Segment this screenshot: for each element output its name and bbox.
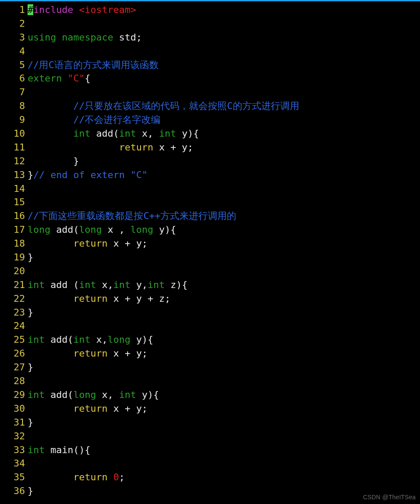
code-line[interactable]: 20 (0, 264, 420, 278)
code-token: z){ (170, 279, 188, 290)
code-content[interactable] (28, 374, 420, 388)
code-line[interactable]: 4 (0, 44, 420, 58)
code-content[interactable]: return x + y; (28, 141, 420, 154)
code-line[interactable]: 8 //只要放在该区域的代码，就会按照C的方式进行调用 (0, 99, 420, 113)
code-editor[interactable]: 1#include <iostream>23using namespace st… (0, 1, 420, 498)
code-content[interactable] (28, 319, 420, 333)
code-token: int (73, 128, 96, 139)
code-line[interactable]: 6extern "C"{ (0, 72, 420, 85)
code-token: x + y; (113, 238, 147, 249)
code-token: return (73, 348, 113, 359)
code-line[interactable]: 17long add(long x , long y){ (0, 223, 420, 237)
code-token: add( (50, 389, 73, 400)
code-content[interactable] (28, 264, 420, 278)
code-line[interactable]: 27} (0, 360, 420, 374)
code-line[interactable]: 7 (0, 85, 420, 99)
code-line[interactable]: 2 (0, 17, 420, 31)
code-content[interactable]: //用C语言的方式来调用该函数 (28, 58, 420, 72)
code-line[interactable]: 10 int add(int x, int y){ (0, 127, 420, 141)
code-content[interactable] (28, 17, 420, 31)
code-token: y){ (182, 128, 199, 139)
code-content[interactable]: } (28, 416, 420, 429)
line-number: 20 (0, 264, 28, 278)
code-line[interactable]: 22 return x + y + z; (0, 292, 420, 306)
code-line[interactable]: 9 //不会进行名字改编 (0, 113, 420, 127)
line-number: 35 (0, 470, 28, 484)
code-line[interactable]: 35 return 0; (0, 470, 420, 484)
code-content[interactable]: extern "C"{ (28, 72, 420, 85)
code-content[interactable]: int add(int x,long y){ (28, 333, 420, 347)
code-line[interactable]: 24 (0, 319, 420, 333)
code-line[interactable]: 1#include <iostream> (0, 3, 420, 17)
code-content[interactable] (28, 85, 420, 99)
line-number: 7 (0, 85, 28, 99)
code-line[interactable]: 25int add(int x,long y){ (0, 333, 420, 347)
line-number: 10 (0, 127, 28, 141)
code-token: ; (119, 472, 125, 482)
code-content[interactable]: return x + y + z; (28, 292, 420, 306)
code-line[interactable]: 15 (0, 195, 420, 209)
code-content[interactable]: } (28, 306, 420, 319)
code-line[interactable]: 23} (0, 306, 420, 319)
code-token: x, (96, 334, 108, 345)
code-line[interactable]: 18 return x + y; (0, 237, 420, 250)
code-line[interactable]: 34 (0, 457, 420, 470)
code-token: y){ (136, 334, 154, 345)
code-token: } (28, 252, 33, 263)
code-line[interactable]: 30 return x + y; (0, 402, 420, 416)
code-line[interactable]: 16//下面这些重载函数都是按C++方式来进行调用的 (0, 209, 420, 223)
line-number: 6 (0, 72, 28, 85)
code-content[interactable]: int add (int x,int y,int z){ (28, 278, 420, 292)
code-content[interactable]: return x + y; (28, 402, 420, 416)
code-line[interactable]: 32 (0, 429, 420, 443)
code-content[interactable]: } (28, 250, 420, 264)
code-content[interactable]: //不会进行名字改编 (28, 113, 420, 127)
line-number: 26 (0, 347, 28, 360)
code-line[interactable]: 12 } (0, 154, 420, 168)
code-content[interactable]: long add(long x , long y){ (28, 223, 420, 237)
code-token: using (28, 32, 62, 43)
code-content[interactable]: }// end of extern "C" (28, 168, 420, 182)
code-content[interactable] (28, 457, 420, 470)
code-content[interactable]: return x + y; (28, 347, 420, 360)
line-number: 22 (0, 292, 28, 306)
code-token: y){ (142, 389, 159, 400)
code-line[interactable]: 33int main(){ (0, 443, 420, 457)
code-token: add( (50, 334, 73, 345)
code-token: std; (119, 32, 142, 43)
code-content[interactable]: return x + y; (28, 237, 420, 250)
code-content[interactable]: } (28, 360, 420, 374)
code-line[interactable]: 31} (0, 416, 420, 429)
code-line[interactable]: 13}// end of extern "C" (0, 168, 420, 182)
code-content[interactable]: #include <iostream> (28, 3, 420, 17)
code-content[interactable]: //下面这些重载函数都是按C++方式来进行调用的 (28, 209, 420, 223)
code-line[interactable]: 5//用C语言的方式来调用该函数 (0, 58, 420, 72)
code-line[interactable]: 29int add(long x, int y){ (0, 388, 420, 402)
code-line[interactable]: 11 return x + y; (0, 141, 420, 154)
code-line[interactable]: 36} (0, 484, 420, 498)
code-content[interactable]: } (28, 484, 420, 498)
code-content[interactable]: int main(){ (28, 443, 420, 457)
code-content[interactable]: } (28, 154, 420, 168)
code-content[interactable]: return 0; (28, 470, 420, 484)
code-content[interactable] (28, 429, 420, 443)
code-token: //不会进行名字改编 (73, 114, 161, 125)
code-line[interactable]: 19} (0, 250, 420, 264)
code-line[interactable]: 21int add (int x,int y,int z){ (0, 278, 420, 292)
line-number: 29 (0, 388, 28, 402)
line-number: 8 (0, 99, 28, 113)
code-token: return (73, 238, 113, 249)
code-content[interactable]: //只要放在该区域的代码，就会按照C的方式进行调用 (28, 99, 420, 113)
code-line[interactable]: 14 (0, 182, 420, 196)
line-number: 15 (0, 195, 28, 209)
code-content[interactable]: int add(long x, int y){ (28, 388, 420, 402)
code-token: <iostream> (79, 4, 136, 15)
code-content[interactable] (28, 44, 420, 58)
code-content[interactable]: int add(int x, int y){ (28, 127, 420, 141)
code-content[interactable] (28, 195, 420, 209)
code-content[interactable]: using namespace std; (28, 31, 420, 44)
code-content[interactable] (28, 182, 420, 196)
code-line[interactable]: 26 return x + y; (0, 347, 420, 360)
code-line[interactable]: 3using namespace std; (0, 31, 420, 44)
code-line[interactable]: 28 (0, 374, 420, 388)
